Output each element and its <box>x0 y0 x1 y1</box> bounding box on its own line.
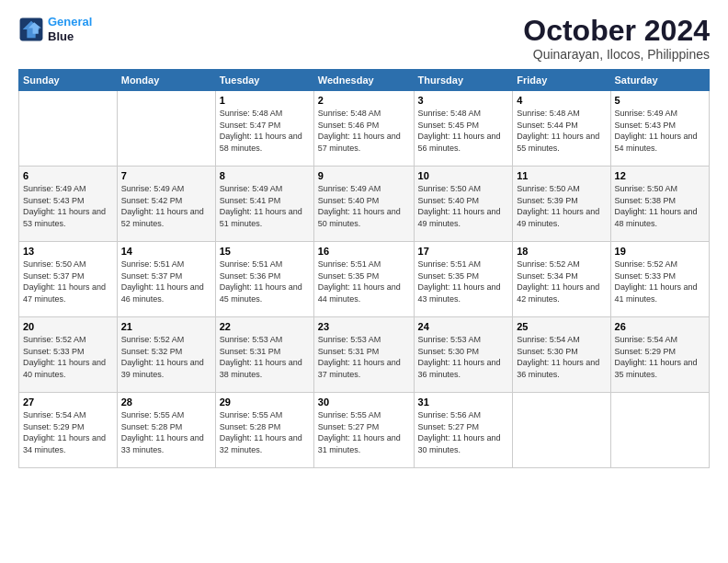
daylight-text: Daylight: 11 hours and 55 minutes. <box>517 132 599 153</box>
sunrise-text: Sunrise: 5:49 AM <box>318 184 381 193</box>
logo-text: General Blue <box>48 15 92 43</box>
sunset-text: Sunset: 5:28 PM <box>220 422 281 431</box>
sunrise-text: Sunrise: 5:54 AM <box>23 410 86 419</box>
sunrise-text: Sunrise: 5:50 AM <box>615 184 678 193</box>
day-info: Sunrise: 5:56 AM Sunset: 5:27 PM Dayligh… <box>418 409 509 455</box>
sunrise-text: Sunrise: 5:49 AM <box>121 184 185 193</box>
logo-icon <box>18 17 44 42</box>
calendar-cell <box>513 393 610 468</box>
daylight-text: Daylight: 11 hours and 31 minutes. <box>318 433 401 454</box>
daylight-text: Daylight: 11 hours and 33 minutes. <box>121 433 204 454</box>
sunrise-text: Sunrise: 5:51 AM <box>318 259 381 269</box>
calendar-cell: 5 Sunrise: 5:49 AM Sunset: 5:43 PM Dayli… <box>610 91 709 167</box>
sunset-text: Sunset: 5:31 PM <box>318 347 380 356</box>
daylight-text: Daylight: 11 hours and 53 minutes. <box>23 207 106 228</box>
day-number: 26 <box>615 321 705 332</box>
day-number: 21 <box>121 321 211 332</box>
sunrise-text: Sunrise: 5:55 AM <box>121 410 185 419</box>
day-info: Sunrise: 5:49 AM Sunset: 5:40 PM Dayligh… <box>318 183 410 229</box>
calendar-cell: 16 Sunrise: 5:51 AM Sunset: 5:35 PM Dayl… <box>313 242 414 317</box>
day-info: Sunrise: 5:53 AM Sunset: 5:30 PM Dayligh… <box>418 334 509 380</box>
sunrise-text: Sunrise: 5:52 AM <box>23 335 86 344</box>
daylight-text: Daylight: 11 hours and 41 minutes. <box>615 282 698 304</box>
daylight-text: Daylight: 11 hours and 47 minutes. <box>23 282 106 304</box>
day-number: 15 <box>220 246 310 257</box>
location: Quinarayan, Ilocos, Philippines <box>523 47 710 62</box>
day-number: 11 <box>517 170 606 181</box>
daylight-text: Daylight: 11 hours and 58 minutes. <box>220 132 302 153</box>
daylight-text: Daylight: 11 hours and 57 minutes. <box>318 132 401 153</box>
calendar-cell: 23 Sunrise: 5:53 AM Sunset: 5:31 PM Dayl… <box>313 317 414 393</box>
day-info: Sunrise: 5:51 AM Sunset: 5:35 PM Dayligh… <box>318 259 410 304</box>
day-number: 4 <box>517 95 606 106</box>
calendar-table: Sunday Monday Tuesday Wednesday Thursday… <box>18 69 710 468</box>
day-info: Sunrise: 5:53 AM Sunset: 5:31 PM Dayligh… <box>220 334 310 380</box>
day-number: 14 <box>121 246 211 257</box>
daylight-text: Daylight: 11 hours and 52 minutes. <box>121 207 204 228</box>
sunset-text: Sunset: 5:42 PM <box>121 196 183 205</box>
calendar-cell <box>19 91 118 167</box>
day-info: Sunrise: 5:51 AM Sunset: 5:36 PM Dayligh… <box>220 259 310 304</box>
header-row: Sunday Monday Tuesday Wednesday Thursday… <box>19 70 710 91</box>
sunset-text: Sunset: 5:33 PM <box>615 271 677 281</box>
day-number: 7 <box>121 170 211 181</box>
col-tuesday: Tuesday <box>215 70 313 91</box>
sunset-text: Sunset: 5:30 PM <box>517 347 578 356</box>
day-info: Sunrise: 5:49 AM Sunset: 5:43 PM Dayligh… <box>23 183 113 229</box>
day-info: Sunrise: 5:54 AM Sunset: 5:30 PM Dayligh… <box>517 334 606 380</box>
daylight-text: Daylight: 11 hours and 35 minutes. <box>615 358 698 379</box>
calendar-cell <box>610 393 709 468</box>
daylight-text: Daylight: 11 hours and 39 minutes. <box>121 358 204 379</box>
sunset-text: Sunset: 5:32 PM <box>121 347 183 356</box>
daylight-text: Daylight: 11 hours and 34 minutes. <box>23 433 106 454</box>
day-info: Sunrise: 5:52 AM Sunset: 5:33 PM Dayligh… <box>615 259 705 304</box>
day-number: 5 <box>615 95 705 106</box>
sunset-text: Sunset: 5:33 PM <box>23 347 85 356</box>
calendar-cell: 28 Sunrise: 5:55 AM Sunset: 5:28 PM Dayl… <box>117 393 215 468</box>
day-number: 8 <box>220 170 310 181</box>
sunset-text: Sunset: 5:29 PM <box>23 422 85 431</box>
sunrise-text: Sunrise: 5:50 AM <box>418 184 482 193</box>
sunrise-text: Sunrise: 5:52 AM <box>517 259 580 269</box>
sunrise-text: Sunrise: 5:53 AM <box>318 335 381 344</box>
daylight-text: Daylight: 11 hours and 50 minutes. <box>318 207 401 228</box>
day-info: Sunrise: 5:50 AM Sunset: 5:39 PM Dayligh… <box>517 183 606 229</box>
day-info: Sunrise: 5:49 AM Sunset: 5:41 PM Dayligh… <box>220 183 310 229</box>
logo-line1: General <box>48 15 92 29</box>
page: General Blue October 2024 Quinarayan, Il… <box>0 0 728 563</box>
day-number: 10 <box>418 170 509 181</box>
sunset-text: Sunset: 5:44 PM <box>517 121 578 130</box>
daylight-text: Daylight: 11 hours and 42 minutes. <box>517 282 599 304</box>
day-number: 20 <box>23 321 113 332</box>
daylight-text: Daylight: 11 hours and 48 minutes. <box>615 207 698 228</box>
day-info: Sunrise: 5:52 AM Sunset: 5:34 PM Dayligh… <box>517 259 606 304</box>
sunset-text: Sunset: 5:41 PM <box>220 196 281 205</box>
day-info: Sunrise: 5:50 AM Sunset: 5:37 PM Dayligh… <box>23 259 113 304</box>
sunrise-text: Sunrise: 5:48 AM <box>318 109 381 118</box>
day-number: 30 <box>318 396 410 408</box>
sunrise-text: Sunrise: 5:51 AM <box>220 259 283 269</box>
calendar-cell: 24 Sunrise: 5:53 AM Sunset: 5:30 PM Dayl… <box>414 317 513 393</box>
week-row-2: 6 Sunrise: 5:49 AM Sunset: 5:43 PM Dayli… <box>19 167 710 242</box>
day-number: 17 <box>418 246 509 257</box>
week-row-3: 13 Sunrise: 5:50 AM Sunset: 5:37 PM Dayl… <box>19 242 710 317</box>
daylight-text: Daylight: 11 hours and 37 minutes. <box>318 358 401 379</box>
calendar-cell: 7 Sunrise: 5:49 AM Sunset: 5:42 PM Dayli… <box>117 167 215 242</box>
daylight-text: Daylight: 11 hours and 46 minutes. <box>121 282 204 304</box>
day-number: 12 <box>615 170 705 181</box>
calendar-cell: 25 Sunrise: 5:54 AM Sunset: 5:30 PM Dayl… <box>513 317 610 393</box>
day-number: 9 <box>318 170 410 181</box>
daylight-text: Daylight: 11 hours and 51 minutes. <box>220 207 302 228</box>
calendar-cell: 3 Sunrise: 5:48 AM Sunset: 5:45 PM Dayli… <box>414 91 513 167</box>
sunset-text: Sunset: 5:27 PM <box>318 422 380 431</box>
sunset-text: Sunset: 5:30 PM <box>418 347 480 356</box>
sunset-text: Sunset: 5:37 PM <box>121 271 183 281</box>
sunrise-text: Sunrise: 5:55 AM <box>318 410 381 419</box>
calendar-cell: 8 Sunrise: 5:49 AM Sunset: 5:41 PM Dayli… <box>215 167 313 242</box>
col-sunday: Sunday <box>19 70 118 91</box>
daylight-text: Daylight: 11 hours and 38 minutes. <box>220 358 302 379</box>
sunrise-text: Sunrise: 5:54 AM <box>615 335 678 344</box>
calendar-cell: 29 Sunrise: 5:55 AM Sunset: 5:28 PM Dayl… <box>215 393 313 468</box>
calendar-cell: 6 Sunrise: 5:49 AM Sunset: 5:43 PM Dayli… <box>19 167 118 242</box>
day-info: Sunrise: 5:49 AM Sunset: 5:42 PM Dayligh… <box>121 183 211 229</box>
